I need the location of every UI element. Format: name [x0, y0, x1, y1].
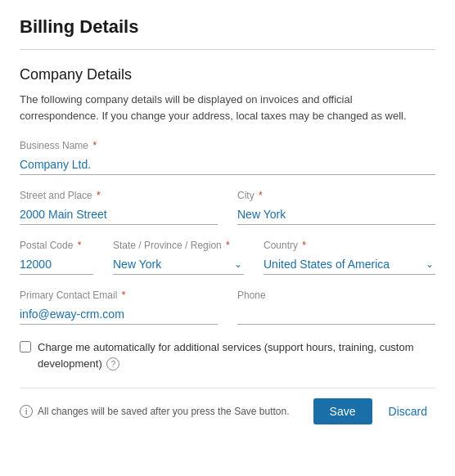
city-field: City *	[237, 190, 435, 225]
business-name-label: Business Name *	[20, 140, 435, 151]
footer-info-text: All changes will be saved after you pres…	[38, 406, 290, 417]
business-name-field: Business Name *	[20, 140, 435, 175]
city-input[interactable]	[237, 204, 435, 225]
section-divider	[20, 49, 435, 50]
page-container: Billing Details Company Details The foll…	[0, 0, 455, 444]
help-icon[interactable]: ?	[106, 357, 119, 370]
required-star: *	[90, 140, 97, 151]
discard-button[interactable]: Discard	[381, 398, 435, 424]
state-select[interactable]: New York California Texas Florida	[113, 254, 244, 274]
state-field: State / Province / Region * New York Cal…	[113, 240, 244, 275]
email-label: Primary Contact Email *	[20, 290, 218, 301]
auto-charge-row: Charge me automatically for additional s…	[20, 339, 435, 371]
email-input[interactable]	[20, 304, 218, 325]
state-select-wrapper: New York California Texas Florida ⌄	[113, 254, 244, 275]
save-button[interactable]: Save	[313, 398, 372, 424]
auto-charge-checkbox[interactable]	[20, 341, 31, 353]
country-field: Country * United States of America Canad…	[264, 240, 435, 275]
auto-charge-label: Charge me automatically for additional s…	[38, 339, 435, 371]
section-title: Company Details	[20, 66, 435, 83]
postal-input[interactable]	[20, 254, 93, 275]
email-field: Primary Contact Email *	[20, 290, 218, 325]
street-field: Street and Place *	[20, 190, 218, 225]
postal-state-country-row: Postal Code * State / Province / Region …	[20, 240, 435, 275]
email-phone-row: Primary Contact Email * Phone	[20, 290, 435, 325]
info-icon: i	[20, 405, 33, 418]
country-label: Country *	[264, 240, 435, 251]
business-name-row: Business Name *	[20, 140, 435, 175]
postal-field: Postal Code *	[20, 240, 93, 275]
street-label: Street and Place *	[20, 190, 218, 201]
country-select[interactable]: United States of America Canada United K…	[264, 254, 435, 274]
footer-bar: i All changes will be saved after you pr…	[20, 388, 435, 428]
phone-input[interactable]	[237, 304, 435, 325]
city-label: City *	[237, 190, 435, 201]
street-input[interactable]	[20, 204, 218, 225]
business-name-input[interactable]	[20, 155, 435, 175]
country-select-wrapper: United States of America Canada United K…	[264, 254, 435, 275]
footer-info: i All changes will be saved after you pr…	[20, 405, 305, 418]
street-city-row: Street and Place * City *	[20, 190, 435, 225]
state-label: State / Province / Region *	[113, 240, 244, 251]
page-title: Billing Details	[20, 16, 435, 38]
section-description: The following company details will be di…	[20, 92, 429, 123]
phone-field: Phone	[237, 290, 435, 325]
postal-label: Postal Code *	[20, 240, 93, 251]
phone-label: Phone	[237, 290, 435, 301]
